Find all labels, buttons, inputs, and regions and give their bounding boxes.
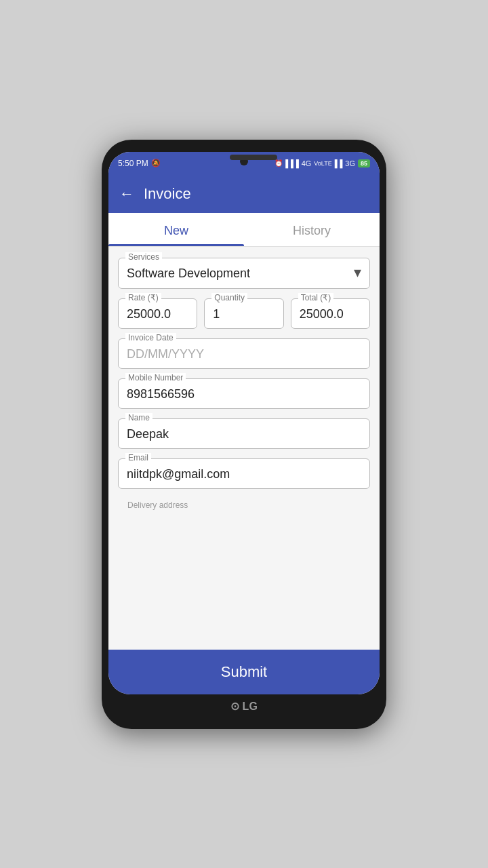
services-value: Software Development (127, 267, 250, 281)
services-label: Services (125, 252, 162, 262)
email-value: niitdpk@gmail.com (127, 467, 361, 481)
email-label: Email (125, 453, 151, 462)
total-value: 25000.0 (300, 307, 361, 321)
mobile-value: 8981566596 (127, 387, 361, 401)
delivery-address-partial-label: Delivery address (118, 500, 188, 510)
quantity-value: 1 (213, 307, 274, 321)
page-title: Invoice (144, 185, 191, 203)
lg-logo: ⊙ LG (230, 700, 258, 713)
name-field[interactable]: Name Deepak (118, 418, 370, 449)
invoice-date-label: Invoice Date (125, 333, 176, 342)
name-label: Name (125, 413, 152, 422)
battery-badge: 85 (358, 159, 370, 167)
form-body: Services Software Development ▾ Rate (₹)… (108, 247, 380, 650)
services-dropdown[interactable]: Services Software Development ▾ (118, 258, 370, 289)
status-time: 5:50 PM 🔕 (118, 159, 161, 168)
app-header: ← Invoice (108, 175, 380, 213)
back-button[interactable]: ← (119, 185, 134, 203)
status-icons: ⏰ ▌▌▌4G VoLTE ▌▌3G 85 (274, 159, 370, 167)
rate-label: Rate (₹) (125, 293, 161, 302)
total-field[interactable]: Total (₹) 25000.0 (291, 298, 370, 329)
rate-value: 25000.0 (127, 307, 188, 321)
rate-field[interactable]: Rate (₹) 25000.0 (118, 298, 197, 329)
quantity-label: Quantity (211, 293, 247, 302)
mobile-label: Mobile Number (125, 373, 186, 382)
invoice-date-field[interactable]: Invoice Date DD/MM/YYYY (118, 338, 370, 369)
name-value: Deepak (127, 427, 361, 441)
mobile-field[interactable]: Mobile Number 8981566596 (118, 378, 370, 409)
dropdown-arrow-icon: ▾ (354, 264, 361, 281)
tab-history[interactable]: History (244, 213, 380, 246)
total-label: Total (₹) (298, 293, 334, 302)
quantity-field[interactable]: Quantity 1 (204, 298, 283, 329)
tab-new[interactable]: New (108, 213, 244, 246)
tabs-container: New History (108, 213, 380, 247)
rate-quantity-total-row: Rate (₹) 25000.0 Quantity 1 Total (₹) 25… (118, 298, 370, 329)
invoice-date-placeholder: DD/MM/YYYY (127, 347, 361, 361)
submit-button[interactable]: Submit (108, 650, 380, 694)
email-field[interactable]: Email niitdpk@gmail.com (118, 458, 370, 489)
